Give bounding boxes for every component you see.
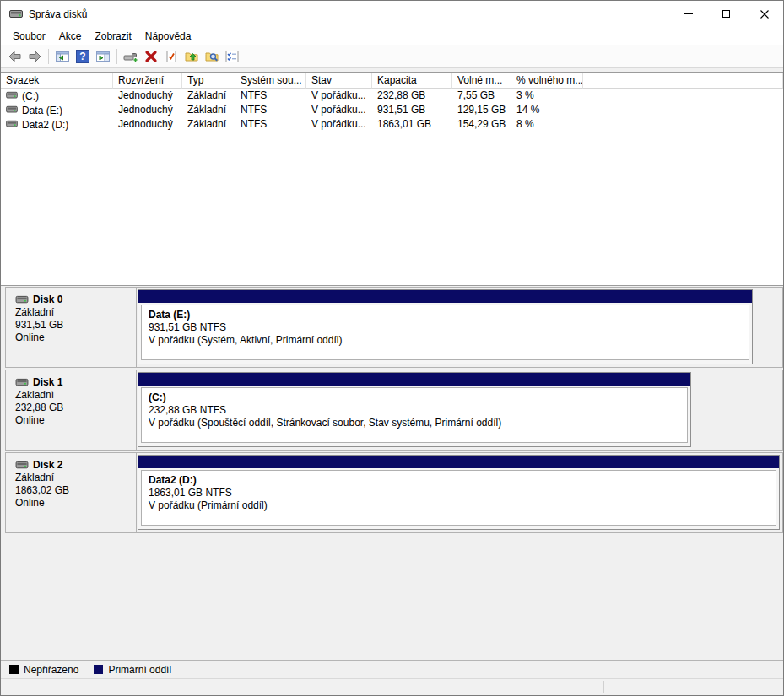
volume-name: Data (E:): [22, 105, 62, 116]
forward-button[interactable]: [24, 46, 45, 67]
toolbar-separator: [116, 49, 117, 64]
menu-soubor[interactable]: Soubor: [6, 29, 52, 44]
partition-info: (C:) 232,88 GB NTFS V pořádku (Spouštěcí…: [141, 387, 688, 443]
volume-fs: NTFS: [235, 117, 306, 132]
back-arrow-icon: [8, 50, 22, 63]
toolbar-separator: [48, 49, 49, 64]
column-header-rozvrzeni[interactable]: Rozvržení: [113, 73, 182, 89]
folder-search-button[interactable]: [202, 46, 222, 67]
volume-drive-icon: [6, 120, 18, 129]
checklist-properties-button[interactable]: [222, 46, 242, 67]
volume-fs: NTFS: [235, 89, 306, 103]
disk1-track: (C:) 232,88 GB NTFS V pořádku (Spouštěcí…: [137, 370, 782, 450]
primary-partition-swatch-icon: [94, 665, 103, 674]
rescan-disks-button[interactable]: [121, 46, 141, 67]
help-button[interactable]: ?: [73, 46, 93, 67]
disk-type: Základní: [15, 306, 136, 319]
partition-label: Data (E:): [149, 309, 745, 321]
volume-drive-icon: [6, 105, 18, 115]
volume-row-data-e[interactable]: Data (E:) Jednoduchý Základní NTFS V poř…: [1, 103, 783, 117]
console-client-area: Svazek Rozvržení Typ Systém sou... Stav …: [1, 68, 783, 678]
disk-size: 1863,02 GB: [15, 484, 136, 497]
partition-color-strip: [138, 373, 690, 386]
forward-arrow-icon: [28, 50, 42, 63]
volume-status: V pořádku...: [306, 117, 372, 132]
back-button[interactable]: [4, 46, 24, 67]
volume-row-data2-d[interactable]: Data2 (D:) Jednoduchý Základní NTFS V po…: [1, 117, 783, 132]
minimize-button[interactable]: [669, 1, 707, 27]
folder-up-icon: [185, 50, 198, 63]
check-document-icon: [165, 50, 178, 63]
legend-label: Primární oddíl: [108, 664, 171, 676]
disk-row-0: Disk 0 Základní 931,51 GB Online Data (E…: [5, 287, 783, 368]
check-document-button[interactable]: [161, 46, 181, 67]
column-header-system[interactable]: Systém sou...: [235, 73, 306, 89]
folder-search-icon: [205, 50, 219, 63]
volume-free-pct: 14 %: [511, 103, 583, 117]
volume-layout: Jednoduchý: [113, 103, 182, 117]
partition-label: (C:): [149, 391, 684, 404]
volume-name: Data2 (D:): [22, 119, 68, 131]
maximize-icon: [722, 10, 730, 18]
disk-name: Disk 1: [33, 376, 62, 389]
disk-size: 931,51 GB: [15, 319, 136, 332]
toolbar: ?: [1, 45, 783, 68]
status-bar-divider: [603, 681, 604, 693]
show-console-tree-button[interactable]: [52, 46, 73, 67]
legend-item-primary-partition: Primární oddíl: [94, 664, 171, 676]
legend-item-unallocated: Nepřiřazeno: [9, 664, 78, 676]
disk-drive-icon: [15, 378, 29, 388]
legend-bar: Nepřiřazeno Primární oddíl: [1, 660, 783, 678]
partition-c[interactable]: (C:) 232,88 GB NTFS V pořádku (Spouštěcí…: [138, 372, 691, 447]
volume-layout: Jednoduchý: [113, 89, 182, 103]
disk-status: Online: [15, 332, 136, 344]
volume-layout: Jednoduchý: [113, 117, 182, 132]
disk-name: Disk 2: [33, 459, 62, 472]
maximize-button[interactable]: [707, 1, 745, 27]
partition-data-e[interactable]: Data (E:) 931,51 GB NTFS V pořádku (Syst…: [138, 289, 753, 364]
delete-volume-button[interactable]: [141, 46, 161, 67]
minimize-icon: [684, 13, 693, 14]
volume-free: 7,55 GB: [452, 89, 511, 103]
column-header-procento[interactable]: % volného m...: [511, 73, 583, 89]
partition-info: Data2 (D:) 1863,01 GB NTFS V pořádku (Pr…: [141, 470, 776, 526]
status-bar-divider: [716, 681, 716, 693]
column-header-kapacita[interactable]: Kapacita: [372, 73, 452, 89]
disk1-header[interactable]: Disk 1 Základní 232,88 GB Online: [6, 370, 137, 450]
partition-size: 931,51 GB NTFS: [149, 321, 745, 334]
partition-status: V pořádku (Systém, Aktivní, Primární odd…: [149, 334, 745, 347]
folder-up-button[interactable]: [181, 46, 202, 67]
partition-status: V pořádku (Spouštěcí oddíl, Stránkovací …: [149, 417, 684, 429]
disk0-track: Data (E:) 931,51 GB NTFS V pořádku (Syst…: [137, 288, 782, 367]
disk-row-1: Disk 1 Základní 232,88 GB Online (C:) 23…: [5, 370, 783, 451]
partition-size: 232,88 GB NTFS: [149, 404, 684, 417]
partition-data2-d[interactable]: Data2 (D:) 1863,01 GB NTFS V pořádku (Pr…: [138, 455, 780, 530]
partition-color-strip: [138, 456, 779, 468]
partition-size: 1863,01 GB NTFS: [149, 487, 772, 499]
disk0-header[interactable]: Disk 0 Základní 931,51 GB Online: [6, 288, 137, 367]
action-pane-icon: [95, 50, 111, 63]
menu-napoveda[interactable]: Nápověda: [138, 29, 198, 44]
column-header-svazek[interactable]: Svazek: [1, 73, 113, 89]
volume-capacity: 931,51 GB: [372, 103, 452, 117]
checklist-icon: [225, 50, 239, 63]
disk-management-window: Správa disků Soubor Akce Zobrazit Nápově…: [0, 0, 784, 696]
column-header-stav[interactable]: Stav: [306, 73, 372, 89]
volume-table-header: Svazek Rozvržení Typ Systém sou... Stav …: [1, 73, 783, 89]
disk2-header[interactable]: Disk 2 Základní 1863,02 GB Online: [6, 453, 137, 532]
partition-color-strip: [138, 290, 752, 303]
close-button[interactable]: [745, 1, 783, 27]
volume-free: 154,29 GB: [452, 117, 511, 132]
volume-capacity: 1863,01 GB: [372, 117, 452, 132]
disk-status: Online: [15, 497, 136, 510]
disk-type: Základní: [15, 389, 136, 402]
show-action-pane-button[interactable]: [93, 46, 113, 67]
volume-row-c[interactable]: (C:) Jednoduchý Základní NTFS V pořádku.…: [1, 89, 783, 103]
menu-akce[interactable]: Akce: [52, 29, 89, 44]
unallocated-swatch-icon: [9, 665, 19, 674]
column-header-volne[interactable]: Volné m...: [452, 73, 511, 89]
volume-drive-icon: [6, 91, 18, 100]
column-header-typ[interactable]: Typ: [182, 73, 235, 89]
app-disk-icon: [9, 8, 23, 20]
menu-zobrazit[interactable]: Zobrazit: [88, 29, 138, 44]
